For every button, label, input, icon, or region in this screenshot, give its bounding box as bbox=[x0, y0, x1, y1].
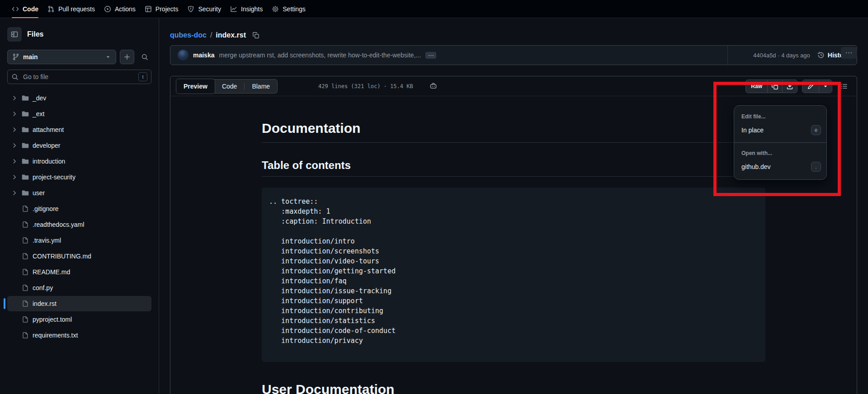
tree-item-ext[interactable]: _ext bbox=[7, 106, 151, 122]
outline-button[interactable] bbox=[837, 79, 851, 94]
commit-sha-time: 4404a5d · 4 days ago bbox=[753, 52, 810, 59]
tree-item-project-security[interactable]: project-security bbox=[7, 169, 151, 185]
nav-item-label: Code bbox=[23, 5, 38, 13]
copy-path-button[interactable] bbox=[252, 32, 259, 39]
nav-item-settings[interactable]: Settings bbox=[267, 0, 310, 18]
actions-icon bbox=[104, 5, 111, 13]
search-tree-button[interactable] bbox=[138, 50, 151, 64]
tree-item-attachment[interactable]: attachment bbox=[7, 122, 151, 137]
folder-icon bbox=[22, 94, 29, 102]
search-icon bbox=[141, 53, 148, 61]
chevron-right-icon[interactable] bbox=[11, 111, 18, 117]
tree-item-label: introduction bbox=[33, 158, 65, 165]
tab-preview[interactable]: Preview bbox=[176, 79, 215, 94]
tree-item-dev[interactable]: _dev bbox=[7, 90, 151, 106]
tree-item-label: user bbox=[33, 189, 45, 197]
nav-item-label: Insights bbox=[241, 5, 263, 13]
tree-item-readme-md[interactable]: README.md bbox=[7, 264, 151, 280]
menu-item-github-dev[interactable]: github.dev . bbox=[734, 158, 826, 176]
nav-item-label: Projects bbox=[156, 5, 179, 13]
folder-icon bbox=[22, 110, 29, 117]
nav-item-code[interactable]: Code bbox=[7, 0, 43, 18]
tree-item-label: .readthedocs.yaml bbox=[33, 221, 84, 228]
collapse-sidebar-button[interactable] bbox=[7, 27, 22, 42]
edit-dropdown-button[interactable] bbox=[819, 80, 832, 93]
download-raw-button[interactable] bbox=[782, 80, 797, 93]
chevron-right-icon[interactable] bbox=[11, 190, 18, 196]
copy-file-button[interactable] bbox=[767, 80, 782, 93]
avatar[interactable] bbox=[178, 50, 189, 61]
files-header: Files bbox=[7, 27, 151, 42]
commit-message[interactable]: merge upstream rst, add screenshots, rew… bbox=[219, 52, 421, 59]
search-icon bbox=[11, 73, 19, 80]
files-panel-title: Files bbox=[27, 30, 43, 38]
nav-item-security[interactable]: Security bbox=[183, 0, 226, 18]
main-content: qubes-doc / index.rst ⋯ maiska merge ups… bbox=[159, 18, 868, 394]
tree-item-readthedocs-yaml[interactable]: .readthedocs.yaml bbox=[7, 217, 151, 232]
commit-author[interactable]: maiska bbox=[193, 52, 214, 59]
tree-item-gitignore[interactable]: .gitignore bbox=[7, 201, 151, 216]
file-actions-kebab-button[interactable]: ⋯ bbox=[841, 47, 857, 59]
edit-file-button[interactable] bbox=[802, 80, 819, 93]
chevron-right-icon[interactable] bbox=[11, 158, 18, 164]
pencil-icon bbox=[807, 83, 814, 90]
breadcrumb-repo-link[interactable]: qubes-doc bbox=[170, 31, 207, 39]
shortcut-badge-e: e bbox=[811, 125, 821, 135]
file-tree: _dev_extattachmentdeveloperintroductionp… bbox=[7, 90, 151, 343]
tree-item-pyproject-toml[interactable]: pyproject.toml bbox=[7, 312, 151, 327]
folder-icon bbox=[22, 174, 29, 181]
raw-button-group: Raw bbox=[745, 80, 797, 93]
menu-item-in-place[interactable]: In place e bbox=[734, 121, 826, 139]
nav-item-actions[interactable]: Actions bbox=[99, 0, 140, 18]
breadcrumb-separator: / bbox=[210, 31, 212, 39]
doc-heading-toc: Table of contents bbox=[262, 159, 765, 177]
raw-button[interactable]: Raw bbox=[746, 80, 767, 93]
tree-item-developer[interactable]: developer bbox=[7, 138, 151, 153]
branch-selector[interactable]: main bbox=[7, 50, 116, 64]
insights-icon bbox=[230, 5, 237, 13]
chevron-right-icon[interactable] bbox=[11, 174, 18, 180]
copilot-button[interactable] bbox=[429, 82, 437, 90]
nav-item-insights[interactable]: Insights bbox=[226, 0, 267, 18]
file-icon bbox=[22, 332, 29, 339]
file-header-toolbar: Preview Code Blame 429 lines (321 loc) ·… bbox=[170, 76, 857, 96]
dropdown-open-header: Open with... bbox=[734, 146, 826, 158]
nav-item-label: Settings bbox=[283, 5, 306, 13]
nav-item-pull-requests[interactable]: Pull requests bbox=[43, 0, 99, 18]
file-icon bbox=[22, 268, 29, 276]
tree-item-requirements-txt[interactable]: requirements.txt bbox=[7, 328, 151, 343]
tree-item-user[interactable]: user bbox=[7, 185, 151, 201]
commit-meta: 4404a5d · 4 days ago History bbox=[727, 46, 849, 65]
chevron-right-icon[interactable] bbox=[11, 127, 18, 133]
add-file-button[interactable] bbox=[120, 50, 134, 64]
latest-commit-bar: maiska merge upstream rst, add screensho… bbox=[170, 45, 857, 65]
list-unordered-icon bbox=[840, 83, 848, 90]
chevron-right-icon[interactable] bbox=[11, 142, 18, 149]
tree-item-conf-py[interactable]: conf.py bbox=[7, 280, 151, 296]
file-icon bbox=[22, 237, 29, 244]
tree-item-introduction[interactable]: introduction bbox=[7, 154, 151, 169]
plus-icon bbox=[123, 53, 131, 61]
files-sidebar: Files main bbox=[0, 18, 159, 394]
tree-item-contributing-md[interactable]: CONTRIBUTING.md bbox=[7, 249, 151, 264]
chevron-right-icon[interactable] bbox=[11, 95, 18, 101]
tree-item-index-rst[interactable]: index.rst bbox=[7, 296, 151, 311]
tab-code[interactable]: Code bbox=[215, 79, 244, 94]
shortcut-badge-period: . bbox=[811, 162, 821, 172]
commit-message-expand-button[interactable]: ⋯ bbox=[425, 52, 436, 59]
folder-icon bbox=[22, 142, 29, 149]
file-icon bbox=[22, 205, 29, 212]
tree-item-label: .gitignore bbox=[33, 205, 59, 212]
tree-item-travis-yml[interactable]: .travis.yml bbox=[7, 233, 151, 248]
go-to-file-input[interactable] bbox=[22, 73, 135, 81]
shortcut-badge-t: t bbox=[138, 72, 147, 81]
history-icon bbox=[817, 52, 825, 59]
top-nav: CodePull requestsActionsProjectsSecurity… bbox=[0, 0, 868, 18]
doc-heading-documentation: Documentation bbox=[262, 121, 765, 143]
toctree-code-block: .. toctree:: :maxdepth: 1 :caption: Intr… bbox=[262, 188, 765, 362]
tab-blame[interactable]: Blame bbox=[245, 79, 277, 94]
folder-icon bbox=[22, 189, 29, 197]
nav-item-projects[interactable]: Projects bbox=[140, 0, 183, 18]
menu-divider bbox=[734, 142, 826, 143]
branch-name: main bbox=[23, 53, 38, 61]
